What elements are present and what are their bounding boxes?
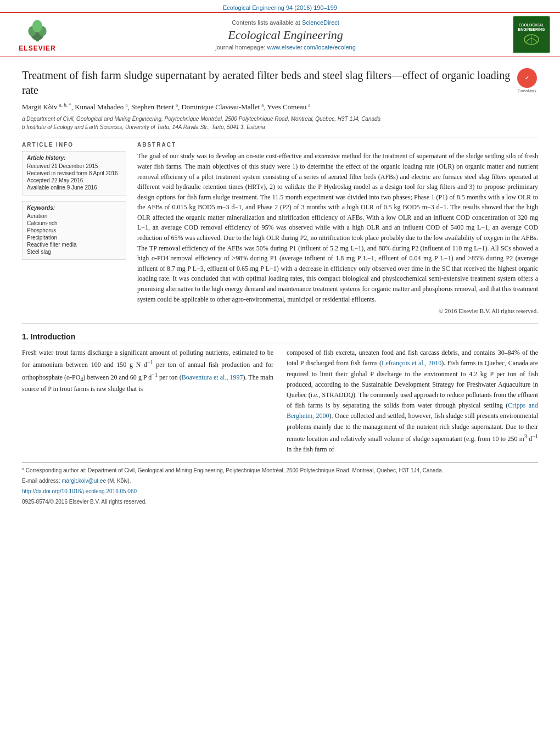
- article-body: Treatment of fish farm sludge supernatan…: [0, 57, 560, 514]
- journal-citation: Ecological Engineering 94 (2016) 190–199: [0, 0, 560, 12]
- elsevier-label: ELSEVIER: [19, 44, 55, 52]
- authors-text: Margit Kõiv a, b, *, Kunaal Mahadeo a, S…: [22, 103, 311, 111]
- keywords-label: Keywords:: [27, 205, 121, 211]
- journal-citation-text: Ecological Engineering 94 (2016) 190–199: [223, 4, 337, 11]
- intro-col1-text: Fresh water trout farms discharge a sign…: [22, 348, 273, 394]
- corresponding-author-note: * Corresponding author at: Department of…: [22, 466, 538, 475]
- email-address[interactable]: margit.koiv@ut.ee: [61, 478, 106, 484]
- keyword-5: Reactive filter media: [27, 242, 121, 248]
- issn-line: 0925-8574/© 2016 Elsevier B.V. All right…: [22, 498, 538, 506]
- sciencedirect-link[interactable]: ScienceDirect: [302, 19, 339, 26]
- article-info-label: ARTICLE INFO: [22, 142, 126, 148]
- crossmark[interactable]: ✓ CrossMark: [516, 68, 538, 93]
- journal-homepage: journal homepage: www.elsevier.com/locat…: [65, 44, 506, 51]
- abstract-label: ABSTRACT: [137, 142, 538, 148]
- email-label: E-mail address:: [22, 478, 60, 484]
- affiliation-a: a Department of Civil, Geological and Mi…: [22, 115, 538, 123]
- contents-available: Contents lists available at ScienceDirec…: [65, 19, 506, 26]
- crossmark-badge: ✓: [517, 68, 537, 88]
- homepage-url[interactable]: www.elsevier.com/locate/ecoleng: [267, 44, 355, 51]
- contents-label: Contents lists available at: [232, 19, 300, 26]
- article-history-box: Article history: Received 21 December 20…: [22, 151, 126, 196]
- intro-col2-text: composed of fish excreta, uneaten food a…: [287, 348, 538, 455]
- keyword-6: Steel slag: [27, 249, 121, 255]
- affiliations: a Department of Civil, Geological and Mi…: [22, 115, 538, 131]
- journal-title: Ecological Engineering: [65, 28, 506, 42]
- accepted-date: Accepted 22 May 2016: [27, 177, 121, 183]
- info-abstract-columns: ARTICLE INFO Article history: Received 2…: [22, 142, 538, 314]
- article-title-section: Treatment of fish farm sludge supernatan…: [22, 63, 538, 98]
- revised-date: Received in revised form 8 April 2016: [27, 170, 121, 176]
- svg-point-4: [32, 20, 42, 32]
- email-name: (M. Kõiv).: [108, 478, 131, 484]
- elsevier-logo: ELSEVIER: [10, 17, 65, 52]
- homepage-label: journal homepage:: [215, 44, 265, 51]
- divider-1: [22, 137, 538, 137]
- affiliation-b: b Institute of Ecology and Earth Science…: [22, 123, 538, 131]
- authors: Margit Kõiv a, b, *, Kunaal Mahadeo a, S…: [22, 102, 538, 111]
- boaventura-link[interactable]: Boaventura et al., 1997: [182, 373, 243, 381]
- intro-title: Introduction: [31, 332, 76, 341]
- intro-body-columns: Fresh water trout farms discharge a sign…: [22, 348, 538, 455]
- journal-logo-right: ECOLOGICALENGINEERING: [506, 16, 550, 53]
- available-date: Available online 9 June 2016: [27, 185, 121, 191]
- received-date: Received 21 December 2015: [27, 163, 121, 169]
- doi-link[interactable]: http://dx.doi.org/10.1016/j.ecoleng.2016…: [22, 488, 137, 494]
- divider-2: [22, 323, 538, 323]
- crossmark-label: CrossMark: [518, 89, 536, 93]
- lefrancois-link[interactable]: Lefrançois et al., 2010: [382, 359, 441, 367]
- article-info-column: ARTICLE INFO Article history: Received 2…: [22, 142, 126, 314]
- doi-line: http://dx.doi.org/10.1016/j.ecoleng.2016…: [22, 487, 538, 495]
- intro-col-2: composed of fish excreta, uneaten food a…: [287, 348, 538, 455]
- keywords-box: Keywords: Aeration Calcium-rich Phosphor…: [22, 201, 126, 260]
- page-wrapper: Ecological Engineering 94 (2016) 190–199…: [0, 0, 560, 742]
- introduction-section: 1. Introduction Fresh water trout farms …: [22, 332, 538, 455]
- footnote-section: * Corresponding author at: Department of…: [22, 462, 538, 506]
- history-label: Article history:: [27, 155, 121, 161]
- keyword-2: Calcium-rich: [27, 220, 121, 226]
- abstract-column: ABSTRACT The goal of our study was to de…: [137, 142, 538, 314]
- ecological-engineering-logo: ECOLOGICALENGINEERING: [513, 16, 550, 53]
- cripps-link[interactable]: Cripps and Bergheim, 2000: [287, 401, 538, 420]
- intro-number: 1.: [22, 332, 29, 341]
- email-note: E-mail address: margit.koiv@ut.ee (M. Kõ…: [22, 477, 538, 485]
- keyword-1: Aeration: [27, 213, 121, 219]
- elsevier-tree-icon: [21, 17, 54, 43]
- eco-logo-icon: [523, 34, 540, 46]
- article-title: Treatment of fish farm sludge supernatan…: [22, 68, 511, 98]
- abstract-text: The goal of our study was to develop an …: [137, 151, 538, 304]
- abstract-copyright: © 2016 Elsevier B.V. All rights reserved…: [137, 308, 538, 314]
- journal-center: Contents lists available at ScienceDirec…: [65, 19, 506, 51]
- keyword-4: Precipitation: [27, 235, 121, 241]
- intro-col-1: Fresh water trout farms discharge a sign…: [22, 348, 273, 455]
- keyword-3: Phosphorus: [27, 227, 121, 233]
- introduction-title: 1. Introduction: [22, 332, 538, 343]
- journal-header: ELSEVIER Contents lists available at Sci…: [0, 12, 560, 57]
